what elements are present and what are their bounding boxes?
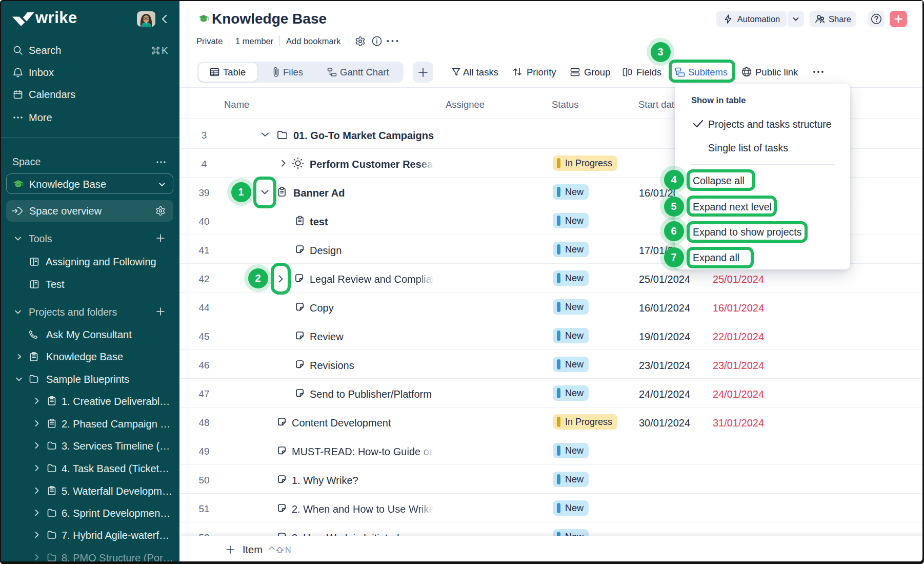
svg-text:N: N: [285, 546, 291, 554]
